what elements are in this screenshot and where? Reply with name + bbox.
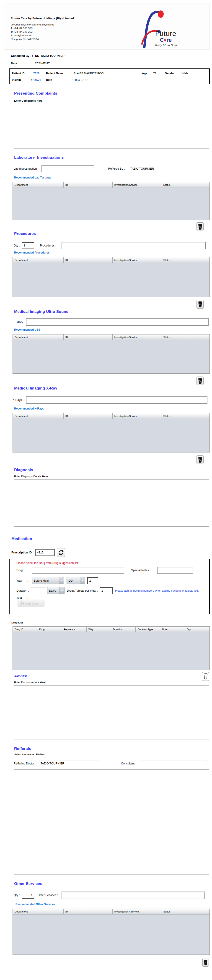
- col-qty: Qty: [185, 627, 209, 632]
- other-services-input[interactable]: [61, 892, 205, 899]
- company-info: Future Care by Future Holdings (Pty) Lim…: [11, 17, 120, 41]
- other-services-table-body: [13, 915, 209, 955]
- drug-suggestion-warning: Please select the Drug from Drug suggess…: [16, 562, 78, 565]
- referrals-listbox: [14, 770, 209, 875]
- svg-text:↻: ↻: [199, 459, 201, 461]
- diagnosis-textarea[interactable]: [14, 479, 209, 527]
- duration-input[interactable]: [31, 587, 45, 594]
- section-title-xray: Medical Imaging X-Ray: [14, 386, 212, 391]
- uss-input[interactable]: [26, 318, 209, 326]
- lab-input-row: Lab Investingation : Reffered By : TAZIO…: [14, 165, 212, 172]
- way-row: Way : Before Meal OD: [16, 577, 98, 584]
- company-name: Future Care by Future Holdings (Pty) Lim…: [11, 17, 120, 21]
- xray-table-header: Department ID Investigation/Service Stat…: [13, 414, 209, 419]
- procedures-table: Department ID Investigation/Service Stat…: [13, 257, 210, 297]
- consultation-date-row: Date : 2024-07-27: [11, 62, 212, 65]
- prescription-refresh-button[interactable]: [57, 548, 65, 557]
- other-services-trash-row: ↻: [0, 958, 212, 967]
- gender-label: Gender: [165, 72, 174, 75]
- trash-outline-icon: [203, 673, 208, 680]
- svg-text:↻: ↻: [199, 380, 201, 382]
- way-qty-input[interactable]: [87, 578, 98, 584]
- col-status: Status: [161, 909, 209, 915]
- drug-input[interactable]: [32, 567, 124, 574]
- drug-label: Drug: [16, 569, 27, 572]
- prescription-row: Prescription ID :: [11, 548, 212, 557]
- referrals-input-row: Reffering Doctor Consultant: [14, 760, 212, 767]
- xray-table: Department ID Investigation/Service Stat…: [13, 413, 210, 452]
- chevron-down-icon: [80, 578, 84, 584]
- prescription-id-input[interactable]: [35, 549, 55, 556]
- lab-delete-button[interactable]: ↻: [196, 223, 204, 231]
- col-investigation-service: Investigation/Service: [112, 182, 162, 188]
- advice-hint-label: Enter Doctor's Advice Here: [14, 681, 212, 684]
- logo-word-care: Cre: [155, 37, 177, 43]
- xray-input-row: X-Rays :: [13, 396, 212, 404]
- col-department: Department: [13, 414, 64, 419]
- procedures-qty-input[interactable]: [22, 242, 34, 249]
- consultant-input[interactable]: [141, 760, 207, 767]
- visit-id-label: Visit ID: [12, 78, 21, 82]
- uss-delete-button[interactable]: ↻: [196, 377, 204, 385]
- medication-entry-box: Please select the Drug from Drug suggess…: [9, 558, 210, 614]
- patient-name-label: Patient Name: [46, 72, 63, 75]
- col-status: Status: [161, 414, 209, 419]
- section-title-medication: Medication: [11, 537, 212, 541]
- col-frequency: Fequency: [62, 627, 87, 632]
- drug-list-label: Drug List: [11, 621, 212, 624]
- drug-row: Drug : Special Notes :: [16, 567, 193, 574]
- way-frequency-value: OD: [67, 579, 72, 582]
- add-drug-label: Add Drug: [25, 602, 39, 605]
- lab-trash-row: ↻: [0, 223, 212, 231]
- lab-table-header: Department ID Investigation/Service Stat…: [13, 182, 209, 188]
- col-department: Department: [13, 909, 64, 915]
- section-title-ultrasound: Medical Imaging Ultra Sound: [14, 309, 212, 314]
- col-investigation-service: Investigation/Service: [112, 258, 162, 263]
- col-drug-id: Drug ID: [13, 627, 37, 632]
- svg-text:↻: ↻: [199, 303, 201, 305]
- logo-word-future: Future: [155, 30, 177, 37]
- referring-doctor-input[interactable]: [39, 760, 100, 767]
- drug-list-delete-button[interactable]: [202, 672, 209, 681]
- referrals-hint-label: Select the needed Refferal: [14, 753, 212, 756]
- trash-icon: ↻: [198, 457, 202, 463]
- xray-delete-button[interactable]: ↻: [196, 455, 204, 464]
- duration-type-dropdown[interactable]: Day/s: [47, 587, 64, 594]
- gender-value: Male: [182, 72, 188, 75]
- complaints-textarea[interactable]: [14, 104, 209, 149]
- trash-icon: ↻: [198, 377, 202, 384]
- trash-icon: ↻: [198, 301, 202, 308]
- uss-trash-row: ↻: [0, 377, 212, 385]
- advice-section: Advice Enter Doctor's Advice Here: [0, 674, 212, 740]
- trash-icon: ↻: [198, 223, 202, 230]
- xray-trash-row: ↻: [0, 455, 212, 464]
- procedures-table-header: Department ID Investigation/Service Stat…: [13, 258, 209, 263]
- svg-text:↻: ↻: [199, 226, 201, 228]
- fraction-note: Please add as decimal numbers when addin…: [115, 589, 200, 592]
- advice-textarea[interactable]: [14, 685, 209, 740]
- per-meal-input[interactable]: [100, 587, 112, 594]
- procedures-table-body: [13, 263, 209, 297]
- add-drug-button[interactable]: + Add Drug: [18, 600, 45, 607]
- way-frequency-dropdown[interactable]: OD: [67, 577, 85, 584]
- visit-date-value: 2024-07-27: [74, 78, 88, 82]
- visit-id-value: 14571: [33, 78, 41, 82]
- procedures-input[interactable]: [61, 242, 206, 249]
- other-services-delete-button[interactable]: ↻: [202, 958, 209, 967]
- lab-investigation-input[interactable]: [42, 165, 94, 172]
- special-notes-input[interactable]: [157, 567, 193, 574]
- consultation-page: Future Care by Future Holdings (Pty) Lim…: [0, 0, 212, 980]
- way-meal-dropdown[interactable]: Before Meal: [32, 577, 64, 584]
- other-services-table-header: Department ID Investigation / Service St…: [13, 909, 209, 915]
- consulted-by-value: Dr. TAZIO TOURNIER: [35, 54, 64, 57]
- section-title-other-services: Other Services: [14, 881, 212, 886]
- age-label: Age: [142, 72, 147, 75]
- col-department: Department: [13, 258, 64, 263]
- plus-circle-icon: +: [19, 601, 24, 606]
- xray-input[interactable]: [26, 396, 207, 404]
- date-label: Date: [11, 62, 32, 65]
- col-department: Department: [13, 182, 64, 188]
- other-services-qty-input[interactable]: [22, 892, 34, 899]
- procedures-delete-button[interactable]: ↻: [196, 300, 204, 309]
- trash-icon: ↻: [203, 959, 208, 966]
